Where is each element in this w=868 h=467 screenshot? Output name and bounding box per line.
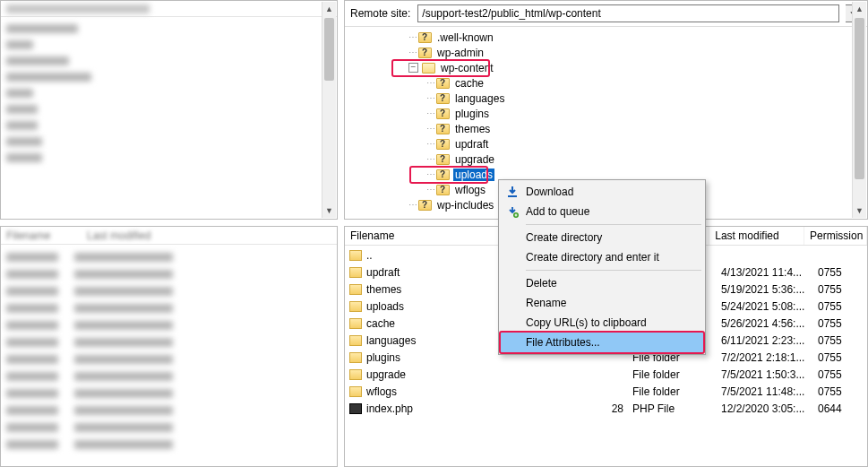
menu-rename[interactable]: Rename bbox=[501, 293, 703, 313]
context-menu[interactable]: Download Add to queue Create directory C… bbox=[498, 179, 706, 355]
file-name: uploads bbox=[366, 300, 404, 313]
menu-create-dir[interactable]: Create directory bbox=[501, 228, 703, 247]
scroll-up-icon[interactable]: ▲ bbox=[322, 2, 336, 16]
file-name: cache bbox=[366, 317, 395, 330]
tree-item-languages[interactable]: ⋯?languages bbox=[346, 91, 852, 106]
file-row[interactable]: wflogsFile folder7/5/2021 11:48:...0755 bbox=[346, 383, 866, 400]
file-permission: 0755 bbox=[818, 334, 866, 347]
tree-item-wp-admin[interactable]: ⋯?wp-admin bbox=[346, 45, 852, 60]
remote-path-bar: Remote site: bbox=[345, 1, 867, 27]
remote-path-input[interactable] bbox=[417, 4, 839, 22]
file-name: updraft bbox=[366, 266, 400, 279]
menu-copy-url[interactable]: Copy URL(s) to clipboard bbox=[501, 313, 703, 333]
menu-separator bbox=[526, 270, 701, 271]
col-modified[interactable]: Last modified bbox=[709, 227, 804, 245]
folder-icon: ? bbox=[436, 139, 450, 150]
local-tree-pane: ▲ ▼ bbox=[0, 0, 338, 220]
folder-icon: ? bbox=[436, 154, 450, 165]
file-permission: 0755 bbox=[818, 317, 866, 330]
local-files-pane: Filename Last modified bbox=[0, 226, 338, 467]
tree-label: wp-admin bbox=[435, 47, 486, 59]
menu-separator bbox=[526, 224, 701, 225]
file-row[interactable]: index.php28PHP File12/2/2020 3:05:...064… bbox=[346, 400, 866, 417]
file-name: upgrade bbox=[366, 368, 406, 381]
file-permission: 0755 bbox=[818, 385, 866, 398]
tree-item-wp-content[interactable]: −wp-content bbox=[346, 60, 852, 75]
file-modified: 7/5/2021 1:50:3... bbox=[721, 368, 818, 381]
tree-label: wflogs bbox=[453, 184, 487, 196]
file-permission: 0755 bbox=[818, 300, 866, 313]
tree-label: plugins bbox=[453, 108, 491, 120]
folder-icon bbox=[349, 386, 362, 397]
file-row[interactable]: upgradeFile folder7/5/2021 1:50:3...0755 bbox=[346, 366, 866, 383]
tree-connector: ⋯ bbox=[426, 169, 434, 179]
tree-label: uploads bbox=[453, 169, 494, 181]
local-tree bbox=[1, 17, 337, 166]
tree-connector: ⋯ bbox=[408, 32, 417, 42]
folder-icon: ? bbox=[436, 93, 450, 104]
file-name: .. bbox=[366, 249, 373, 262]
file-permission: 0755 bbox=[818, 368, 866, 381]
local-file-columns: Filename Last modified bbox=[1, 227, 337, 245]
scroll-up-icon[interactable]: ▲ bbox=[853, 2, 866, 16]
tree-label: languages bbox=[453, 92, 506, 105]
folder-icon: ? bbox=[436, 169, 450, 180]
folder-icon bbox=[349, 335, 362, 346]
tree-item-updraft[interactable]: ⋯?updraft bbox=[346, 136, 852, 151]
folder-icon: ? bbox=[418, 32, 432, 43]
local-file-list bbox=[1, 245, 337, 453]
folder-icon bbox=[349, 369, 362, 380]
folder-icon bbox=[349, 284, 362, 295]
add-queue-icon bbox=[505, 204, 520, 219]
file-type: File folder bbox=[632, 368, 721, 381]
scrollbar[interactable]: ▲ ▼ bbox=[852, 2, 866, 218]
file-modified: 5/24/2021 5:08:... bbox=[721, 300, 818, 313]
tree-item-upgrade[interactable]: ⋯?upgrade bbox=[346, 151, 852, 167]
file-type: File folder bbox=[632, 385, 721, 398]
menu-file-attributes[interactable]: File Attributes... bbox=[501, 333, 703, 352]
menu-add-queue[interactable]: Add to queue bbox=[501, 202, 703, 221]
menu-delete[interactable]: Delete bbox=[501, 273, 703, 293]
file-modified: 7/2/2021 2:18:1... bbox=[721, 351, 818, 364]
col-filename[interactable]: Filename bbox=[1, 227, 82, 244]
folder-icon bbox=[349, 352, 362, 363]
file-name: plugins bbox=[366, 351, 400, 364]
tree-item-cache[interactable]: ⋯?cache bbox=[346, 75, 852, 91]
tree-connector: ⋯ bbox=[408, 48, 417, 57]
tree-item-themes[interactable]: ⋯?themes bbox=[346, 121, 852, 136]
svg-rect-0 bbox=[508, 195, 517, 197]
col-permission[interactable]: Permission bbox=[804, 227, 867, 245]
scroll-thumb[interactable] bbox=[324, 18, 334, 81]
tree-item-well-known[interactable]: ⋯?.well-known bbox=[346, 30, 852, 45]
menu-download[interactable]: Download bbox=[501, 182, 703, 202]
tree-label: cache bbox=[453, 77, 486, 90]
col-modified[interactable]: Last modified bbox=[82, 227, 189, 244]
tree-connector: ⋯ bbox=[426, 78, 434, 88]
file-modified: 5/19/2021 5:36:... bbox=[721, 283, 818, 296]
local-path-bar bbox=[1, 1, 337, 17]
folder-icon: ? bbox=[436, 124, 450, 134]
parent-folder-icon bbox=[349, 250, 362, 261]
folder-icon: ? bbox=[436, 78, 450, 89]
file-modified: 12/2/2020 3:05:... bbox=[721, 402, 818, 415]
download-icon bbox=[505, 185, 520, 199]
file-size: 28 bbox=[575, 402, 632, 415]
menu-label: File Attributes... bbox=[526, 336, 600, 349]
file-type: PHP File bbox=[632, 402, 721, 415]
file-permission: 0755 bbox=[818, 283, 866, 296]
expander-icon[interactable]: − bbox=[408, 63, 418, 73]
tree-label: wp-includes bbox=[435, 199, 495, 212]
tree-label: wp-content bbox=[439, 62, 495, 74]
menu-create-dir-enter[interactable]: Create directory and enter it bbox=[501, 247, 703, 267]
scroll-thumb[interactable] bbox=[855, 18, 864, 179]
scrollbar[interactable]: ▲ ▼ bbox=[322, 2, 336, 218]
tree-item-plugins[interactable]: ⋯?plugins bbox=[346, 106, 852, 121]
scroll-down-icon[interactable]: ▼ bbox=[853, 203, 866, 218]
scroll-down-icon[interactable]: ▼ bbox=[322, 203, 336, 218]
folder-icon: ? bbox=[436, 185, 450, 195]
tree-label: .well-known bbox=[435, 31, 495, 44]
menu-label: Create directory bbox=[526, 231, 602, 244]
file-name: languages bbox=[366, 334, 416, 347]
file-permission: 0644 bbox=[818, 402, 866, 415]
remote-site-label: Remote site: bbox=[350, 7, 410, 20]
